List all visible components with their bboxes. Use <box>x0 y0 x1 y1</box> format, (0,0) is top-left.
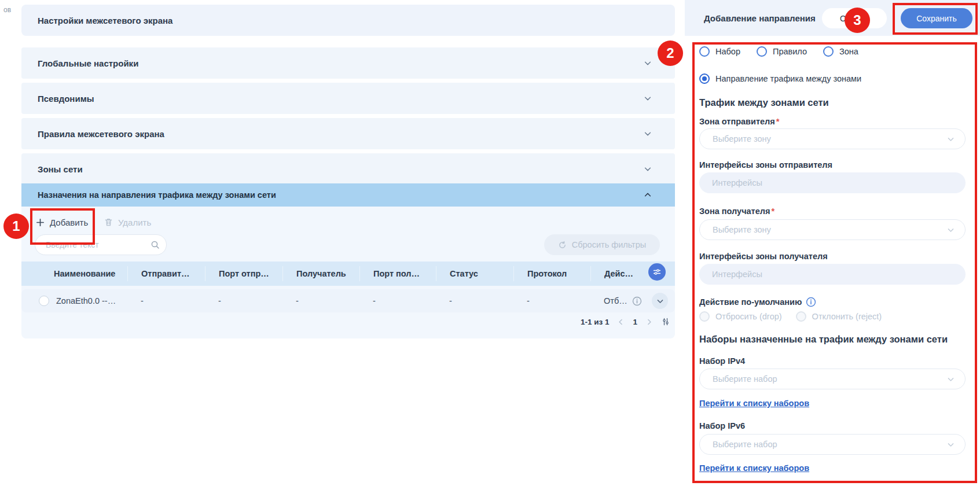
accordion-label: Назначения на направления трафика между … <box>38 190 276 200</box>
column-settings-button[interactable] <box>648 263 666 281</box>
accordion-label: Глобальные настройки <box>38 58 138 68</box>
accordion-network-zones[interactable]: Зоны сети <box>21 153 675 185</box>
radio-rule[interactable]: Правило <box>757 46 807 57</box>
radio-zone-traffic-direction[interactable]: Направление трафика между зонами <box>699 73 861 84</box>
select-placeholder: Выберите зону <box>713 225 771 234</box>
accordion-aliases[interactable]: Псевдонимы <box>21 83 675 114</box>
radio-label: Направление трафика между зонами <box>715 74 861 83</box>
radio-label: Зона <box>839 47 858 56</box>
radio-circle-icon <box>757 46 767 57</box>
pagination-settings-icon[interactable] <box>661 317 670 326</box>
radio-circle-icon <box>796 311 806 322</box>
receiver-zone-select[interactable]: Выберите зону <box>699 219 966 240</box>
reset-icon <box>558 241 567 249</box>
radio-zone[interactable]: Зона <box>823 46 858 57</box>
ipv4-set-select[interactable]: Выберите набор <box>699 369 966 389</box>
receiver-zone-label: Зона получателя* <box>699 207 775 216</box>
row-receiver: - <box>282 296 359 305</box>
accordion-zone-traffic-assignments-active[interactable]: Назначения на направления трафика между … <box>21 183 675 207</box>
row-expand-button[interactable] <box>652 293 668 309</box>
radio-label: Набор <box>715 47 740 56</box>
ipv4-set-label: Набор IPv4 <box>699 356 745 366</box>
reset-filters-button[interactable]: Сбросить фильтры <box>544 234 660 255</box>
chevron-down-icon <box>947 226 955 234</box>
accordion-firewall-rules[interactable]: Правила межсетевого экрана <box>21 118 675 149</box>
table-header-row: Наименование Отправит… Порт отпр… Получа… <box>21 262 675 286</box>
input-placeholder: Интерфейсы <box>712 178 762 187</box>
chevron-down-icon <box>947 135 955 143</box>
row-receiver-port: - <box>359 296 436 305</box>
radio-circle-icon <box>699 311 710 322</box>
select-placeholder: Выберите набор <box>713 440 777 449</box>
accordion-label: Псевдонимы <box>38 94 94 104</box>
column-header-receiver[interactable]: Получатель <box>282 266 359 281</box>
chevron-down-icon <box>947 375 955 383</box>
column-header-receiver-port[interactable]: Порт пол… <box>359 266 436 281</box>
delete-button[interactable]: Удалить <box>102 212 153 233</box>
ipv6-set-select[interactable]: Выберите набор <box>699 434 966 455</box>
radio-drop[interactable]: Отбросить (drop) <box>699 311 782 322</box>
reset-filters-label: Сбросить фильтры <box>572 240 647 249</box>
trash-icon <box>104 218 113 227</box>
table-search <box>35 234 167 255</box>
drawer-title: Добавление направления <box>704 13 816 23</box>
add-button-label: Добавить <box>50 218 88 227</box>
column-header-name[interactable]: Наименование <box>21 266 127 281</box>
column-header-sender-port[interactable]: Порт отпр… <box>205 266 282 281</box>
plus-icon <box>36 218 45 227</box>
prev-page-icon[interactable] <box>617 318 625 326</box>
chevron-down-icon <box>947 441 955 448</box>
chevron-down-icon <box>644 165 652 173</box>
radio-label: Правило <box>773 47 807 56</box>
column-header-protocol[interactable]: Протокол <box>513 266 590 281</box>
select-placeholder: Выберите набор <box>713 374 777 384</box>
search-input[interactable] <box>46 240 151 249</box>
input-placeholder: Интерфейсы <box>712 270 762 279</box>
column-header-sender[interactable]: Отправит… <box>127 266 205 281</box>
info-icon[interactable] <box>806 297 816 307</box>
firewall-settings-page: ов Настройки межсетевого экрана Глобальн… <box>0 0 980 486</box>
table-row[interactable]: ZonaEth0.0 --… - - - - - - Отб… <box>21 289 675 312</box>
sender-interfaces-label: Интерфейсы зоны отправителя <box>699 160 832 170</box>
label-text: Зона отправителя <box>699 117 775 126</box>
ipv6-sets-list-link[interactable]: Перейти к списку наборов <box>699 463 809 473</box>
radio-set[interactable]: Набор <box>699 46 740 57</box>
next-page-icon[interactable] <box>645 318 653 326</box>
pagination-range: 1-1 из 1 <box>581 318 610 326</box>
row-name: ZonaEth0.0 --… <box>56 296 116 305</box>
sliders-horizontal-icon <box>652 267 662 277</box>
save-button[interactable]: Сохранить <box>901 8 972 28</box>
info-icon[interactable] <box>632 296 642 306</box>
sender-interfaces-input[interactable]: Интерфейсы <box>699 172 966 193</box>
radio-label: Отбросить (drop) <box>715 312 782 321</box>
radio-checked-icon <box>699 73 710 84</box>
chevron-up-icon <box>644 191 652 199</box>
cancel-button[interactable]: Отмена <box>822 8 887 28</box>
required-mark: * <box>776 117 780 126</box>
row-protocol: - <box>513 296 590 305</box>
add-button[interactable]: Добавить <box>34 212 90 233</box>
ipv6-set-label: Набор IPv6 <box>699 421 745 430</box>
ipv4-sets-list-link[interactable]: Перейти к списку наборов <box>699 399 809 408</box>
default-action-label: Действие по-умолчанию <box>699 297 816 307</box>
row-sender-port: - <box>205 296 282 305</box>
page-title: Настройки межсетевого экрана <box>21 5 675 36</box>
sidebar-text-fragment: ов <box>3 6 11 14</box>
accordion-label: Зоны сети <box>38 164 83 174</box>
radio-circle-icon <box>699 46 710 57</box>
radio-reject[interactable]: Отклонить (reject) <box>796 311 882 322</box>
row-sender: - <box>127 296 205 305</box>
receiver-interfaces-label: Интерфейсы зоны получателя <box>699 252 828 261</box>
receiver-interfaces-input[interactable]: Интерфейсы <box>699 264 966 285</box>
label-text: Зона получателя <box>699 207 770 216</box>
accordion-global-settings[interactable]: Глобальные настройки <box>21 47 675 79</box>
page-number[interactable]: 1 <box>633 318 637 326</box>
chevron-down-icon <box>644 59 652 67</box>
search-icon <box>151 240 160 249</box>
chevron-down-icon <box>644 130 652 138</box>
sender-zone-select[interactable]: Выберите зону <box>699 128 966 149</box>
row-checkbox[interactable] <box>39 296 49 306</box>
column-header-status[interactable]: Статус <box>436 266 513 281</box>
sender-zone-label: Зона отправителя* <box>699 117 779 126</box>
default-action-radio-group: Отбросить (drop) Отклонить (reject) <box>699 311 882 322</box>
